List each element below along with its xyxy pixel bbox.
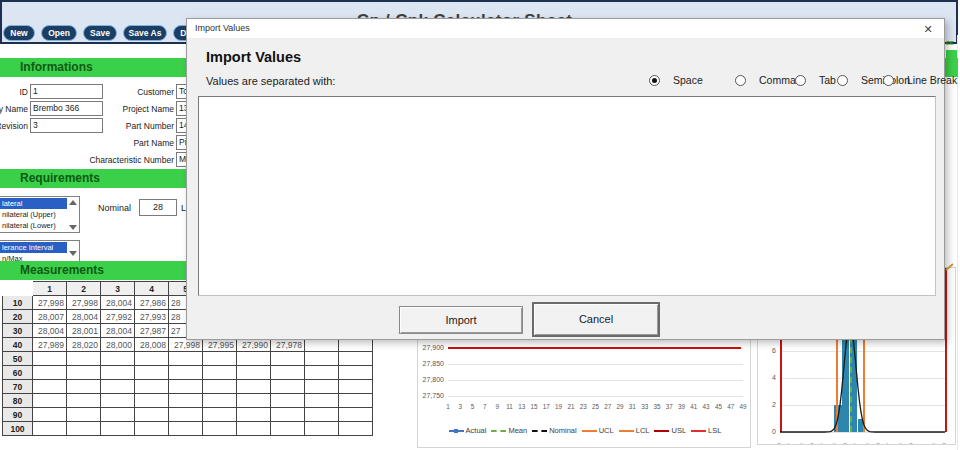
measurement-cell[interactable]: 28,004 bbox=[67, 310, 101, 324]
import-textarea[interactable] bbox=[198, 96, 936, 296]
measurement-cell[interactable] bbox=[203, 394, 237, 408]
close-icon[interactable]: ✕ bbox=[920, 21, 936, 37]
measurement-cell[interactable] bbox=[101, 394, 135, 408]
radio-icon[interactable] bbox=[883, 75, 894, 86]
measurement-cell[interactable]: 27,998 bbox=[67, 296, 101, 310]
measurement-cell[interactable] bbox=[339, 422, 373, 436]
measurement-cell[interactable] bbox=[339, 408, 373, 422]
measurement-cell[interactable]: 28,004 bbox=[33, 324, 67, 338]
measurement-cell[interactable]: 27,993 bbox=[135, 310, 169, 324]
measurement-cell[interactable] bbox=[271, 380, 305, 394]
listbox-item[interactable]: nilateral (Lower) bbox=[0, 220, 67, 231]
chevron-down-icon[interactable] bbox=[69, 251, 77, 256]
measurement-cell[interactable] bbox=[305, 422, 339, 436]
measurement-cell[interactable] bbox=[135, 366, 169, 380]
measurement-cell[interactable] bbox=[339, 394, 373, 408]
measurement-cell[interactable]: 27,992 bbox=[101, 310, 135, 324]
listbox-item[interactable]: nilateral (Upper) bbox=[0, 209, 67, 220]
tolerance-type-listbox[interactable]: lateralnilateral (Upper)nilateral (Lower… bbox=[0, 196, 80, 233]
measurement-cell[interactable]: 28,001 bbox=[67, 324, 101, 338]
measurement-cell[interactable] bbox=[67, 366, 101, 380]
measurement-cell[interactable] bbox=[339, 366, 373, 380]
measurement-cell[interactable] bbox=[169, 422, 203, 436]
measurement-cell[interactable] bbox=[135, 380, 169, 394]
measurement-cell[interactable] bbox=[271, 352, 305, 366]
measurement-cell[interactable] bbox=[237, 352, 271, 366]
measurement-cell[interactable] bbox=[101, 408, 135, 422]
measurement-cell[interactable] bbox=[33, 422, 67, 436]
measurement-cell[interactable] bbox=[135, 408, 169, 422]
measurement-cell[interactable] bbox=[67, 422, 101, 436]
measurement-cell[interactable] bbox=[237, 408, 271, 422]
toolbar-button-save[interactable]: Save bbox=[83, 25, 117, 41]
radio-option-comma[interactable]: Comma bbox=[735, 74, 796, 86]
scroll-down-icon[interactable] bbox=[69, 225, 77, 230]
measurement-cell[interactable]: 28,000 bbox=[101, 338, 135, 352]
measurement-cell[interactable] bbox=[101, 422, 135, 436]
measurement-cell[interactable] bbox=[271, 408, 305, 422]
toolbar-button-new[interactable]: New bbox=[3, 25, 35, 41]
measurement-cell[interactable] bbox=[271, 366, 305, 380]
radio-option-line-break[interactable]: Line Break bbox=[883, 74, 957, 86]
measurement-cell[interactable] bbox=[101, 380, 135, 394]
measurement-cell[interactable] bbox=[135, 394, 169, 408]
measurement-cell[interactable] bbox=[305, 408, 339, 422]
measurement-cell[interactable]: 27,989 bbox=[33, 338, 67, 352]
measurement-cell[interactable] bbox=[203, 422, 237, 436]
measurement-cell[interactable] bbox=[33, 366, 67, 380]
import-button[interactable]: Import bbox=[399, 306, 523, 334]
measurement-cell[interactable]: 28,007 bbox=[33, 310, 67, 324]
measurement-cell[interactable] bbox=[305, 380, 339, 394]
measurement-cell[interactable] bbox=[67, 408, 101, 422]
measurement-cell[interactable] bbox=[67, 380, 101, 394]
radio-icon[interactable] bbox=[837, 75, 848, 86]
measurement-cell[interactable]: 27,986 bbox=[135, 296, 169, 310]
measurement-cell[interactable] bbox=[135, 352, 169, 366]
cancel-button[interactable]: Cancel bbox=[532, 302, 660, 337]
measurement-cell[interactable]: 28,020 bbox=[67, 338, 101, 352]
measurement-cell[interactable] bbox=[237, 394, 271, 408]
measurement-cell[interactable]: 27,987 bbox=[135, 324, 169, 338]
measurement-cell[interactable] bbox=[169, 408, 203, 422]
measurement-cell[interactable] bbox=[237, 366, 271, 380]
measurement-cell[interactable] bbox=[339, 380, 373, 394]
measurement-cell[interactable] bbox=[203, 366, 237, 380]
measurement-cell[interactable]: 27,998 bbox=[33, 296, 67, 310]
measurement-cell[interactable] bbox=[305, 366, 339, 380]
measurement-cell[interactable] bbox=[203, 380, 237, 394]
scroll-up-icon[interactable] bbox=[69, 200, 77, 205]
measurement-cell[interactable] bbox=[305, 352, 339, 366]
radio-icon[interactable] bbox=[735, 75, 746, 86]
measurement-cell[interactable] bbox=[33, 352, 67, 366]
radio-icon[interactable] bbox=[795, 75, 806, 86]
measurement-cell[interactable]: 28,008 bbox=[135, 338, 169, 352]
measurement-cell[interactable] bbox=[169, 394, 203, 408]
toolbar-button-save-as[interactable]: Save As bbox=[123, 25, 167, 41]
measurement-cell[interactable] bbox=[339, 352, 373, 366]
measurement-cell[interactable] bbox=[169, 366, 203, 380]
radio-icon[interactable] bbox=[649, 75, 660, 86]
radio-option-tab[interactable]: Tab bbox=[795, 74, 836, 86]
measurement-cell[interactable] bbox=[237, 380, 271, 394]
measurement-cell[interactable] bbox=[271, 394, 305, 408]
listbox-item[interactable]: lerance Interval bbox=[0, 242, 67, 253]
dialog-titlebar[interactable]: Import Values ✕ bbox=[187, 19, 944, 39]
listbox-item[interactable]: lateral bbox=[0, 198, 67, 209]
measurement-cell[interactable]: 28,004 bbox=[101, 324, 135, 338]
measurement-cell[interactable] bbox=[67, 352, 101, 366]
radio-option-space[interactable]: Space bbox=[649, 74, 703, 86]
measurement-cell[interactable] bbox=[203, 408, 237, 422]
measurement-cell[interactable]: 28,004 bbox=[101, 296, 135, 310]
measurement-cell[interactable] bbox=[101, 352, 135, 366]
measurement-cell[interactable] bbox=[135, 422, 169, 436]
measurement-cell[interactable] bbox=[33, 380, 67, 394]
toolbar-button-open[interactable]: Open bbox=[41, 25, 77, 41]
measurement-cell[interactable] bbox=[33, 408, 67, 422]
measurement-cell[interactable] bbox=[305, 394, 339, 408]
measurement-cell[interactable] bbox=[67, 394, 101, 408]
measurement-cell[interactable] bbox=[271, 422, 305, 436]
measurement-cell[interactable] bbox=[101, 366, 135, 380]
nominal-input[interactable]: 28 bbox=[139, 199, 177, 216]
measurement-cell[interactable] bbox=[169, 352, 203, 366]
measurement-cell[interactable] bbox=[237, 422, 271, 436]
